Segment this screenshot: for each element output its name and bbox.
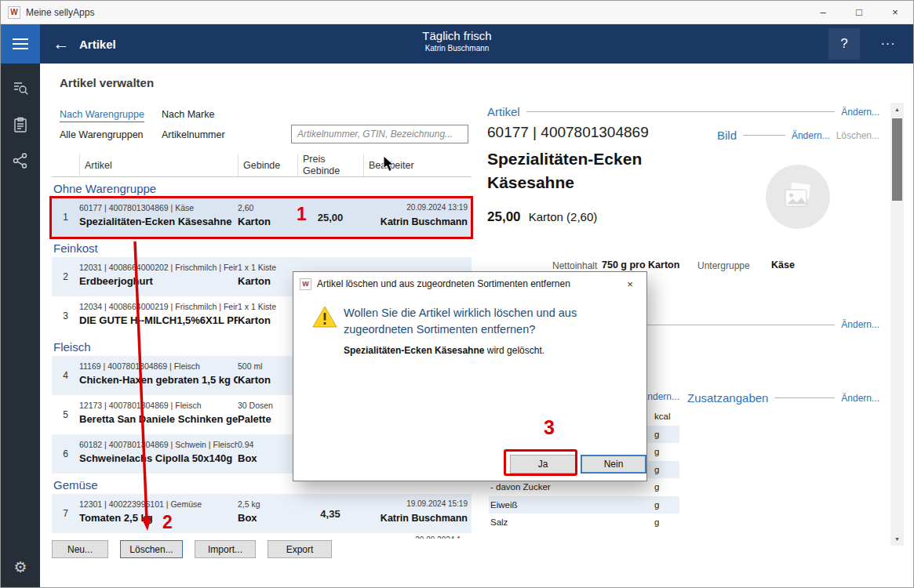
row-price: 25,00 [297, 198, 363, 237]
group-header: Feinkost [52, 237, 472, 257]
dialog-message-line2: zugeordneten Sortimenten entfernen? [344, 321, 577, 338]
row-gebinde-meta: 2,5 kg [238, 498, 297, 510]
article-name-line2: Käsesahne [487, 173, 574, 192]
nutrition-unit: g [654, 447, 679, 456]
filter-article-number[interactable]: Artikelnummer [162, 129, 225, 140]
dialog-title: Artikel löschen und aus zugeordneten Sor… [317, 278, 570, 289]
nutrition-unit: g [654, 517, 679, 527]
row-number: 6 [52, 434, 79, 474]
connections-icon[interactable] [1, 145, 40, 176]
detail-scrollbar[interactable]: ▲ ▼ [890, 103, 904, 546]
change-zusatz-link[interactable]: Ändern... [841, 393, 879, 404]
page-title: Artikel verwalten [60, 76, 154, 89]
dialog-message: Wollen Sie die Artikel wirklich löschen … [344, 305, 577, 337]
search-input[interactable] [291, 125, 468, 143]
change-properties-link[interactable]: Ändern... [841, 319, 879, 330]
change-article-link[interactable]: Ändern... [841, 107, 879, 118]
zusatz-title: Zusatzangaben [687, 391, 768, 405]
row-name: Erdbeerjoghurt [79, 274, 238, 290]
row-meta: 12301 | 400223996101 | Gemüse [79, 498, 238, 510]
table-row-partial[interactable]: 20.09.2024 1... [52, 533, 472, 539]
row-gebinde-meta: 30 Dosen [238, 399, 297, 412]
dialog-titlebar: W Artikel löschen und aus zugeordneten S… [293, 272, 646, 296]
col-header-preis[interactable]: Preis Gebinde [297, 154, 363, 176]
row-meta: 12031 | 4008664000202 | Frischmilch | Fe… [79, 261, 238, 274]
price-unit: Karton (2,60) [529, 210, 598, 223]
nutrition-label: Eiweiß [489, 500, 654, 510]
scroll-up-icon[interactable]: ▲ [890, 103, 904, 116]
dialog-no-button[interactable]: Nein [581, 455, 646, 474]
tab-nach-warengruppe[interactable]: Nach Warengruppe [60, 109, 144, 122]
table-row[interactable]: 1 60177 | 4007801304869 | KäseSpezialitä… [52, 198, 472, 237]
help-button[interactable]: ? [828, 28, 860, 60]
dialog-item-name: Spezialitäten-Ecken Käsesahne [344, 345, 484, 356]
row-editor: Katrin Buschmann [363, 214, 468, 230]
row-meta: 60177 | 4007801304869 | Käse [79, 201, 238, 214]
more-options-button[interactable]: ··· [871, 24, 905, 64]
new-button[interactable]: Neu... [52, 540, 108, 558]
scan-search-icon[interactable] [1, 73, 40, 104]
nutrition-unit: g [654, 500, 679, 510]
table-row[interactable]: 7 12301 | 400223996101 | GemüseTomaten 2… [52, 494, 472, 533]
col-header-preis-line1: Preis [303, 154, 325, 165]
app-header: ← Artikel Täglich frisch Katrin Buschman… [1, 24, 913, 64]
settings-gear-icon[interactable]: ⚙ [1, 551, 40, 583]
dialog-close-icon[interactable]: × [614, 272, 646, 296]
col-header-preis-line2: Gebinde [303, 165, 340, 176]
delete-button[interactable]: Löschen... [120, 540, 183, 558]
row-price: 4,35 [297, 494, 363, 533]
header-title: Artikel [79, 24, 116, 64]
row-gebinde-meta: 500 ml [238, 360, 297, 372]
delete-image-link[interactable]: Löschen... [836, 130, 879, 141]
back-arrow-icon[interactable]: ← [46, 24, 76, 64]
row-meta: 12173 | 4007801304869 | Fleisch [79, 399, 238, 412]
row-number: 1 [52, 198, 79, 237]
filter-all-groups[interactable]: Alle Warengruppen [60, 129, 144, 140]
dialog-yes-button[interactable]: Ja [510, 455, 576, 474]
row-meta: 12034 | 4008664000219 | Frischmilch | Fe… [79, 300, 238, 313]
import-button[interactable]: Import... [195, 540, 256, 558]
row-number: 7 [52, 494, 79, 533]
scroll-down-icon[interactable]: ▼ [890, 532, 904, 546]
maximize-button[interactable]: □ [841, 1, 877, 24]
dialog-item-suffix: wird gelöscht. [484, 345, 544, 356]
dialog-message-line1: Wollen Sie die Artikel wirklich löschen … [344, 305, 577, 321]
row-gebinde: Palette [238, 412, 297, 428]
row-gebinde-meta: 1 x 1 Kiste [238, 261, 297, 274]
row-gebinde: Box [238, 451, 297, 467]
hamburger-menu-icon[interactable] [1, 24, 40, 64]
nutrition-unit: g [654, 465, 679, 474]
tab-nach-marke[interactable]: Nach Marke [162, 109, 214, 120]
scrollbar-thumb[interactable] [892, 118, 902, 201]
close-button[interactable]: × [877, 1, 913, 24]
os-titlebar: W Meine sellyApps – □ × [1, 1, 913, 24]
export-button[interactable]: Export [268, 540, 332, 558]
row-number: 2 [52, 257, 79, 296]
row-date: 20.09.2024 13:19 [363, 201, 468, 214]
nutrition-label: - davon Zucker [489, 482, 654, 492]
row-meta: 60182 | 4007801304869 | Schwein | Fleisc… [79, 438, 238, 451]
row-date: 19.09.2024 15:19 [363, 498, 468, 510]
subgroup-value: Käse [771, 260, 795, 270]
row-gebinde-meta: 1 x 1 Kiste [238, 300, 297, 313]
row-number: 3 [52, 296, 79, 336]
col-header-gebinde[interactable]: Gebinde [238, 154, 297, 176]
row-gebinde: Karton [238, 214, 297, 230]
article-image-placeholder[interactable] [766, 165, 830, 229]
image-section-title: Bild [717, 129, 737, 142]
nutrition-unit: kcal [654, 412, 679, 421]
article-name-line1: Spezialitäten-Ecken [487, 150, 642, 169]
row-gebinde: Karton [238, 274, 297, 290]
netto-value: 750 g pro Karton [602, 260, 679, 270]
article-list-icon[interactable] [1, 109, 40, 140]
row-number: 4 [52, 356, 79, 395]
row-name: Tomaten 2,5 kg [79, 510, 238, 527]
row-gebinde-meta: 2,60 [238, 201, 297, 214]
image-placeholder-icon [781, 182, 814, 212]
minimize-button[interactable]: – [805, 1, 841, 24]
col-header-bearbeiter[interactable]: Bearbeiter [363, 154, 472, 176]
app-logo-icon: W [8, 6, 20, 19]
col-header-artikel[interactable]: Artikel [79, 154, 238, 176]
row-number: 5 [52, 395, 79, 434]
change-image-link[interactable]: Ändern... [792, 130, 830, 141]
